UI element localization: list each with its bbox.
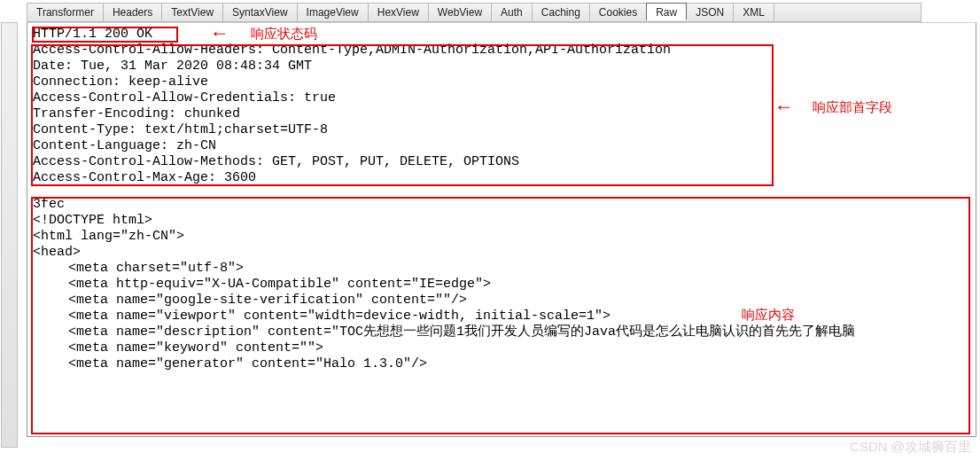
body-line: <!DOCTYPE html> xyxy=(33,213,970,229)
tab-headers[interactable]: Headers xyxy=(104,4,162,21)
tab-xml[interactable]: XML xyxy=(734,4,774,21)
tab-imageview[interactable]: ImageView xyxy=(298,4,369,21)
body-meta-line: <meta name="google-site-verification" co… xyxy=(33,293,970,309)
body-line: <html lang="zh-CN"> xyxy=(33,229,970,245)
header-line: Connection: keep-alive xyxy=(33,74,970,90)
tab-transformer[interactable]: Transformer xyxy=(27,4,104,21)
raw-response-panel[interactable]: HTTP/1.1 200 OK Access-Control-Allow-Hea… xyxy=(27,22,976,437)
tab-auth[interactable]: Auth xyxy=(492,4,533,21)
body-line: 3fec xyxy=(33,197,970,213)
response-view-tabs: Transformer Headers TextView SyntaxView … xyxy=(27,3,922,22)
tab-raw[interactable]: Raw xyxy=(646,3,687,20)
tab-cookies[interactable]: Cookies xyxy=(590,4,647,21)
body-meta-line: <meta name="keyword" content=""> xyxy=(33,340,970,356)
body-meta-line: <meta http-equiv="X-UA-Compatible" conte… xyxy=(33,277,970,293)
tab-json[interactable]: JSON xyxy=(687,4,734,21)
body-meta-line: <meta charset="utf-8"> xyxy=(33,261,970,277)
body-meta-line: <meta name="description" content="TOC先想想… xyxy=(33,324,970,340)
body-meta-line: <meta name="viewport" content="width=dev… xyxy=(33,309,970,324)
body-line: <head> xyxy=(33,245,970,261)
tab-webview[interactable]: WebView xyxy=(429,4,492,21)
header-line: Transfer-Encoding: chunked xyxy=(33,106,970,122)
header-line: Access-Control-Allow-Headers: Content-Ty… xyxy=(33,43,970,59)
left-scrollbar-hint xyxy=(1,22,18,448)
tab-syntaxview[interactable]: SyntaxView xyxy=(223,4,297,21)
header-line: Access-Control-Allow-Credentials: true xyxy=(33,90,970,106)
header-line: Access-Control-Allow-Methods: GET, POST,… xyxy=(33,154,970,170)
tab-caching[interactable]: Caching xyxy=(533,4,590,21)
body-meta-line: <meta name="generator" content="Halo 1.3… xyxy=(33,356,970,372)
header-line: Date: Tue, 31 Mar 2020 08:48:34 GMT xyxy=(33,59,970,74)
tab-textview[interactable]: TextView xyxy=(162,4,223,21)
header-line: Access-Control-Max-Age: 3600 xyxy=(33,170,970,186)
watermark-text: CSDN @攻城狮百里 xyxy=(850,439,971,456)
status-line: HTTP/1.1 200 OK xyxy=(33,27,970,43)
header-line: Content-Type: text/html;charset=UTF-8 xyxy=(33,122,970,138)
tab-hexview[interactable]: HexView xyxy=(369,4,429,21)
header-line: Content-Language: zh-CN xyxy=(33,138,970,154)
